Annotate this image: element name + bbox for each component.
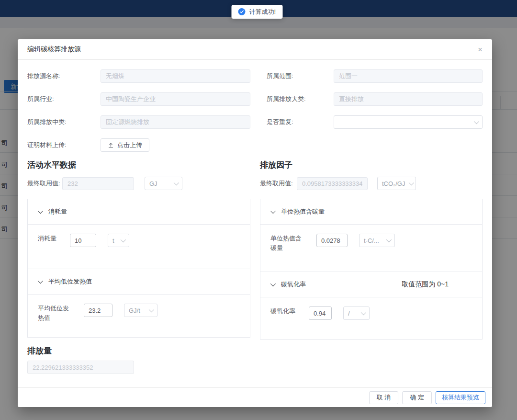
industry-label: 所属行业: bbox=[27, 95, 101, 103]
oxidation-unit-select[interactable]: / bbox=[343, 306, 370, 320]
chevron-down-icon bbox=[474, 119, 479, 124]
industry-input bbox=[101, 92, 250, 106]
field-mid-category: 所属排放中类: bbox=[27, 115, 250, 129]
major-category-label: 所属排放大类: bbox=[267, 95, 334, 103]
chevron-down-icon bbox=[409, 180, 414, 185]
activity-panel: 消耗量 消耗量 t 平均低位发热值 bbox=[27, 199, 250, 338]
modal-footer: 取 消 确 定 核算结果预览 bbox=[18, 387, 492, 407]
modal-body: 排放源名称: 所属范围: 所属行业: 所属排放大类: 所属排放中类: 是否重复: bbox=[18, 60, 492, 374]
field-upload: 证明材料上传: 点击上传 bbox=[27, 138, 250, 152]
activity-final-row: 最终取用值: GJ bbox=[27, 177, 250, 190]
chevron-down-icon bbox=[174, 180, 179, 185]
mid-category-input bbox=[101, 115, 250, 129]
field-scope: 所属范围: bbox=[267, 69, 483, 83]
data-sections: 活动水平数据 最终取用值: GJ 消耗量 消耗量 bbox=[27, 159, 483, 340]
toast-message: 计算成功! bbox=[249, 8, 276, 16]
spacer bbox=[267, 138, 483, 152]
chevron-down-icon bbox=[361, 310, 366, 315]
mid-category-label: 所属排放中类: bbox=[27, 118, 101, 126]
consumption-unit-value: t bbox=[112, 237, 114, 244]
factor-panel: 单位热值含碳量 单位热值含碳量 t-C/... 碳氧化率 取值范围为 0~1 bbox=[260, 199, 483, 340]
result-preview-button[interactable]: 核算结果预览 bbox=[436, 391, 485, 404]
heating-value-label: 平均低位发热值 bbox=[38, 304, 70, 323]
confirm-button[interactable]: 确 定 bbox=[402, 391, 432, 404]
source-name-input bbox=[101, 69, 250, 83]
modal-header: 编辑碳核算排放源 × bbox=[18, 39, 492, 60]
carbon-content-input[interactable] bbox=[316, 234, 348, 247]
factor-unit-value: tCO₂/GJ bbox=[382, 180, 405, 187]
consumption-row: 消耗量 t bbox=[28, 225, 250, 269]
is-duplicate-label: 是否重复: bbox=[267, 118, 334, 126]
activity-final-input bbox=[62, 177, 134, 190]
carbon-content-unit-select[interactable]: t-C/... bbox=[359, 234, 395, 247]
carbon-content-collapse-header[interactable]: 单位热值含碳量 bbox=[260, 199, 482, 225]
chevron-down-icon bbox=[38, 278, 43, 284]
consumption-input[interactable] bbox=[70, 234, 96, 247]
source-name-label: 排放源名称: bbox=[27, 72, 101, 80]
factor-final-row: 最终取用值: tCO₂/GJ bbox=[260, 177, 483, 190]
chevron-down-icon bbox=[149, 307, 154, 312]
major-category-input bbox=[334, 92, 483, 106]
activity-heading: 活动水平数据 bbox=[27, 159, 250, 170]
consumption-collapse-header[interactable]: 消耗量 bbox=[28, 199, 250, 225]
upload-label: 证明材料上传: bbox=[27, 141, 101, 149]
emission-heading: 排放量 bbox=[27, 345, 483, 356]
oxidation-collapse-header[interactable]: 碳氧化率 取值范围为 0~1 bbox=[260, 272, 482, 297]
activity-unit-select[interactable]: GJ bbox=[145, 177, 182, 190]
consumption-label: 消耗量 bbox=[38, 234, 56, 243]
activity-section: 活动水平数据 最终取用值: GJ 消耗量 消耗量 bbox=[27, 159, 250, 340]
consumption-header-label: 消耗量 bbox=[48, 207, 67, 216]
chevron-down-icon bbox=[270, 281, 276, 286]
field-is-duplicate: 是否重复: bbox=[267, 115, 483, 129]
upload-icon bbox=[108, 142, 114, 148]
heating-value-unit-value: GJ/t bbox=[129, 307, 140, 314]
factor-final-input bbox=[297, 177, 368, 190]
factor-final-label: 最终取用值: bbox=[260, 179, 297, 188]
heating-value-row: 平均低位发热值 GJ/t bbox=[28, 295, 250, 337]
info-form: 排放源名称: 所属范围: 所属行业: 所属排放大类: 所属排放中类: 是否重复: bbox=[27, 69, 483, 152]
chevron-down-icon bbox=[270, 208, 276, 214]
oxidation-unit-value: / bbox=[348, 310, 350, 317]
carbon-content-header-label: 单位热值含碳量 bbox=[281, 207, 325, 216]
edit-emission-source-modal: 编辑碳核算排放源 × 排放源名称: 所属范围: 所属行业: 所属排放大类: 所属… bbox=[18, 39, 492, 407]
upload-button-label: 点击上传 bbox=[117, 141, 142, 149]
activity-unit-value: GJ bbox=[149, 180, 157, 187]
heating-value-header-label: 平均低位发热值 bbox=[48, 277, 92, 286]
success-check-icon bbox=[238, 8, 245, 15]
success-toast: 计算成功! bbox=[231, 5, 282, 19]
scope-input bbox=[334, 69, 483, 83]
chevron-down-icon bbox=[121, 237, 126, 242]
field-major-category: 所属排放大类: bbox=[267, 92, 483, 106]
carbon-content-label: 单位热值含碳量 bbox=[270, 234, 303, 253]
field-industry: 所属行业: bbox=[27, 92, 250, 106]
oxidation-row: 碳氧化率 / bbox=[260, 297, 482, 339]
emission-input bbox=[27, 361, 134, 374]
carbon-content-row: 单位热值含碳量 t-C/... bbox=[260, 225, 482, 272]
consumption-unit-select[interactable]: t bbox=[108, 234, 129, 247]
scope-label: 所属范围: bbox=[267, 72, 334, 80]
oxidation-label: 碳氧化率 bbox=[270, 306, 295, 316]
activity-final-label: 最终取用值: bbox=[27, 179, 62, 188]
close-icon[interactable]: × bbox=[478, 45, 483, 54]
oxidation-header-label: 碳氧化率 bbox=[281, 280, 306, 289]
chevron-down-icon bbox=[386, 237, 392, 242]
factor-heading: 排放因子 bbox=[260, 159, 483, 170]
cancel-button[interactable]: 取 消 bbox=[369, 391, 399, 404]
carbon-content-unit-value: t-C/... bbox=[364, 237, 379, 244]
heating-value-collapse-header[interactable]: 平均低位发热值 bbox=[28, 269, 250, 295]
factor-unit-select[interactable]: tCO₂/GJ bbox=[377, 177, 416, 190]
heating-value-unit-select[interactable]: GJ/t bbox=[124, 304, 157, 317]
oxidation-input[interactable] bbox=[309, 306, 332, 320]
upload-button[interactable]: 点击上传 bbox=[101, 138, 149, 152]
is-duplicate-select[interactable] bbox=[334, 115, 483, 129]
field-source-name: 排放源名称: bbox=[27, 69, 250, 83]
modal-title: 编辑碳核算排放源 bbox=[27, 45, 81, 54]
chevron-down-icon bbox=[38, 208, 43, 214]
oxidation-range-note: 取值范围为 0~1 bbox=[402, 280, 449, 289]
heating-value-input[interactable] bbox=[84, 304, 112, 317]
factor-section: 排放因子 最终取用值: tCO₂/GJ 单位热值含碳量 单位热值含碳 bbox=[260, 159, 483, 340]
